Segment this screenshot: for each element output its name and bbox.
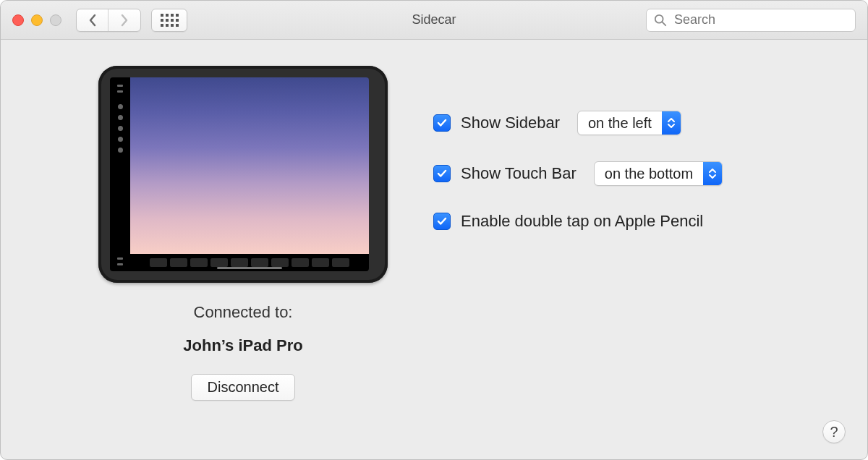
chevron-right-icon: [120, 14, 129, 27]
option-apple-pencil: Enable double tap on Apple Pencil: [433, 212, 824, 231]
checkmark-icon: [436, 168, 448, 179]
show-touchbar-label: Show Touch Bar: [461, 164, 576, 183]
ipad-wallpaper: [130, 77, 369, 254]
popup-arrows-icon: [662, 111, 681, 135]
chevron-left-icon: [88, 14, 97, 27]
ipad-preview: [98, 66, 388, 283]
search-field[interactable]: [646, 9, 856, 32]
ipad-touchbar-preview: [130, 254, 369, 271]
checkmark-icon: [436, 216, 448, 227]
grid-icon: [161, 14, 179, 27]
titlebar: Sidecar: [1, 1, 867, 40]
window-controls: [12, 14, 61, 26]
sidebar-position-popup[interactable]: on the left: [577, 111, 681, 135]
search-icon: [654, 14, 667, 27]
content-area: Connected to: John’s iPad Pro Disconnect…: [1, 40, 867, 459]
help-icon: ?: [830, 424, 838, 440]
ipad-sidebar-preview: [110, 77, 130, 271]
svg-point-0: [655, 14, 663, 22]
option-show-touchbar: Show Touch Bar on the bottom: [433, 161, 824, 186]
show-all-button[interactable]: [151, 9, 187, 32]
show-touchbar-checkbox[interactable]: [433, 165, 451, 182]
device-column: Connected to: John’s iPad Pro Disconnect: [88, 66, 399, 438]
device-name-label: John’s iPad Pro: [183, 336, 302, 355]
help-button[interactable]: ?: [822, 420, 846, 443]
apple-pencil-label: Enable double tap on Apple Pencil: [461, 212, 703, 231]
options-column: Show Sidebar on the left Show Touch Bar …: [399, 66, 824, 438]
minimize-window-button[interactable]: [31, 14, 43, 26]
back-button[interactable]: [77, 9, 109, 31]
touchbar-position-popup[interactable]: on the bottom: [594, 161, 723, 186]
svg-line-1: [663, 22, 666, 25]
popup-value: on the left: [578, 115, 662, 132]
preferences-window: Sidecar: [0, 0, 868, 460]
connected-to-label: Connected to:: [194, 303, 293, 322]
option-show-sidebar: Show Sidebar on the left: [433, 111, 824, 135]
show-sidebar-checkbox[interactable]: [433, 114, 451, 132]
close-window-button[interactable]: [12, 14, 24, 26]
popup-arrows-icon: [703, 162, 722, 185]
show-sidebar-label: Show Sidebar: [461, 114, 560, 132]
checkmark-icon: [436, 117, 448, 129]
search-input[interactable]: [673, 12, 848, 28]
apple-pencil-checkbox[interactable]: [433, 213, 451, 230]
ipad-screen-preview: [130, 77, 369, 271]
zoom-window-button[interactable]: [50, 14, 61, 26]
popup-value: on the bottom: [595, 166, 703, 182]
forward-button[interactable]: [109, 9, 140, 31]
nav-back-forward: [76, 9, 141, 32]
disconnect-button[interactable]: Disconnect: [191, 374, 296, 401]
